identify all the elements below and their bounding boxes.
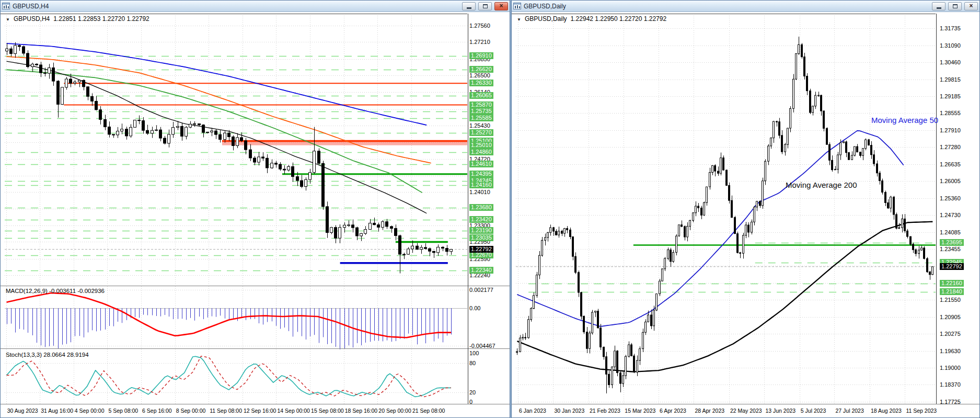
time-axis-label: 6 Jan 2023 — [519, 408, 546, 414]
time-axis-label: 21 Feb 2023 — [590, 408, 620, 414]
restore-icon — [953, 4, 958, 8]
price-axis-label: 1.25360 — [940, 195, 961, 202]
restore-icon — [483, 4, 488, 8]
close-icon: × — [499, 3, 503, 9]
price-axis-label: 1.18370 — [940, 381, 961, 388]
level-price-label: 1.23695 — [940, 239, 964, 246]
level-price-label: 1.23680 — [469, 204, 493, 211]
time-axis-label: 20 Sep 00:00 — [378, 408, 411, 414]
window-titlebar[interactable]: GBPUSD,Daily × — [512, 1, 979, 12]
macd-axis-label: 0.00 — [469, 305, 480, 312]
chart-symbol: GBPUSD,H4 — [14, 15, 50, 22]
chart-ohlc-header[interactable]: ▼ GBPUSD,Daily 1.22942 1.22950 1.22720 1… — [517, 15, 666, 22]
price-axis-label: 1.26005 — [940, 178, 961, 185]
price-axis-label: 1.24010 — [469, 189, 490, 196]
time-axis-label: 18 Aug 2023 — [871, 408, 902, 414]
macd-signal-line — [7, 293, 451, 337]
moving-average-200-label: Moving Average 200 — [786, 180, 857, 189]
time-axis-label: 8 Sep 00:00 — [176, 408, 206, 414]
chart-window-icon — [513, 3, 521, 9]
minimize-icon — [937, 7, 941, 9]
level-price-label: 1.24610 — [469, 161, 493, 167]
level-price-label: 1.22340 — [469, 267, 493, 274]
level-price-label: 1.26330 — [469, 80, 493, 86]
close-button[interactable]: × — [964, 2, 978, 10]
chart-ohlc-header[interactable]: ▼ GBPUSD,H4 1.22851 1.22853 1.22720 1.22… — [6, 15, 149, 22]
price-axis-label: 1.27910 — [940, 127, 961, 134]
price-axis-label: 1.31090 — [940, 42, 961, 49]
price-axis-label: 1.29185 — [940, 93, 961, 100]
level-price-label: 1.26910 — [469, 52, 493, 59]
price-axis-label: 1.24730 — [940, 212, 961, 219]
price-axis-label: 1.25430 — [469, 122, 490, 129]
time-axis-label: 15 Sep 08:00 — [311, 408, 343, 414]
stoch-axis-label: 0 — [469, 399, 472, 405]
chart-ohlc-values: 1.22851 1.22853 1.22720 1.22792 — [53, 15, 149, 22]
ma-orange — [7, 57, 431, 163]
close-button[interactable]: × — [494, 2, 508, 10]
price-axis-label: 1.20905 — [940, 314, 961, 321]
time-axis-label: 28 Apr 2023 — [695, 408, 724, 414]
price-axis-label: 1.20275 — [940, 331, 961, 337]
level-price-label: 1.25270 — [469, 129, 493, 136]
price-axis-label: 1.24085 — [940, 229, 961, 236]
time-axis-label: 4 Sep 00:00 — [75, 408, 105, 414]
window-titlebar[interactable]: GBPUSD,H4 × — [1, 1, 510, 12]
price-axis-label: 1.27280 — [940, 144, 961, 151]
price-axis-label: 1.28555 — [940, 110, 961, 117]
time-axis-label: 13 Jun 2023 — [765, 408, 795, 414]
chart-window-gbpusd-h4: GBPUSD,H4 × 1.275601.272101.268501.26500… — [0, 0, 510, 418]
level-price-label: 1.23420 — [469, 216, 493, 223]
daily-chart-area[interactable]: 1.317351.310901.304601.298151.291851.285… — [512, 1, 979, 417]
ma-blue — [7, 43, 427, 125]
restore-button[interactable] — [948, 2, 962, 10]
chevron-down-icon: ▼ — [6, 17, 10, 22]
window-title: GBPUSD,H4 — [13, 3, 459, 10]
time-axis-label: 15 Mar 2023 — [625, 408, 655, 414]
moving-average-50-label: Moving Average 50 — [871, 116, 938, 125]
time-axis-label: 6 Sep 16:00 — [142, 408, 172, 414]
time-axis-label: 11 Sep 2023 — [906, 408, 937, 414]
stoch-signal-line — [7, 356, 451, 397]
restore-button[interactable] — [478, 2, 492, 10]
price-axis-label: 1.31735 — [940, 25, 961, 32]
stoch-axis-label: 20 — [469, 389, 476, 396]
level-price-label: 1.26065 — [469, 92, 493, 99]
minimize-icon — [467, 7, 471, 9]
time-axis-label: 14 Sep 00:00 — [277, 408, 309, 414]
chart-symbol: GBPUSD,Daily — [525, 15, 567, 22]
minimize-button[interactable] — [462, 2, 476, 10]
level-price-label: 1.25010 — [469, 142, 493, 149]
stoch-axis-label: 80 — [469, 360, 476, 367]
window-title: GBPUSD,Daily — [524, 3, 929, 10]
price-axis-label: 1.27210 — [469, 39, 490, 46]
time-axis-label: 18 Sep 16:00 — [345, 408, 377, 414]
current-price-label: 1.22792 — [469, 246, 493, 253]
level-price-label: 1.26620 — [469, 66, 493, 73]
gbpusd-daily-canvas — [512, 1, 980, 418]
level-price-label: 1.21840 — [940, 288, 964, 295]
chart-ohlc-values: 1.22942 1.22950 1.22720 1.22792 — [571, 15, 667, 22]
time-axis-label: 21 Sep 08:00 — [412, 408, 445, 414]
minimize-button[interactable] — [932, 2, 946, 10]
price-axis-label: 1.23455 — [940, 246, 961, 253]
price-axis-label: 1.21550 — [940, 297, 961, 303]
price-axis-label: 1.30460 — [940, 59, 961, 66]
macd-indicator-label: MACD(12,26,9) -0.003611 -0.002936 — [6, 288, 105, 294]
level-price-label: 1.24395 — [469, 171, 493, 177]
time-axis-label: 12 Sep 16:00 — [244, 408, 276, 414]
chevron-down-icon: ▼ — [517, 17, 521, 22]
ma-black — [7, 61, 427, 213]
chart-window-icon — [2, 3, 10, 9]
stoch-main-line — [7, 356, 451, 397]
stoch-indicator-label: Stoch(13,3,3) 28.0664 28.9194 — [6, 352, 89, 358]
price-axis-label: 1.26500 — [469, 72, 490, 79]
level-price-label: 1.22160 — [940, 280, 964, 287]
price-axis-label: 1.17725 — [940, 399, 961, 405]
time-axis-label: 6 Apr 2023 — [660, 408, 686, 414]
chart-window-gbpusd-daily: GBPUSD,Daily × 1.317351.310901.304601.29… — [511, 0, 980, 418]
level-price-label: 1.25585 — [469, 115, 493, 121]
price-axis-label: 1.27560 — [469, 22, 490, 29]
time-axis-label: 30 Aug 2023 — [7, 408, 38, 414]
price-axis-label: 1.29815 — [940, 76, 961, 83]
